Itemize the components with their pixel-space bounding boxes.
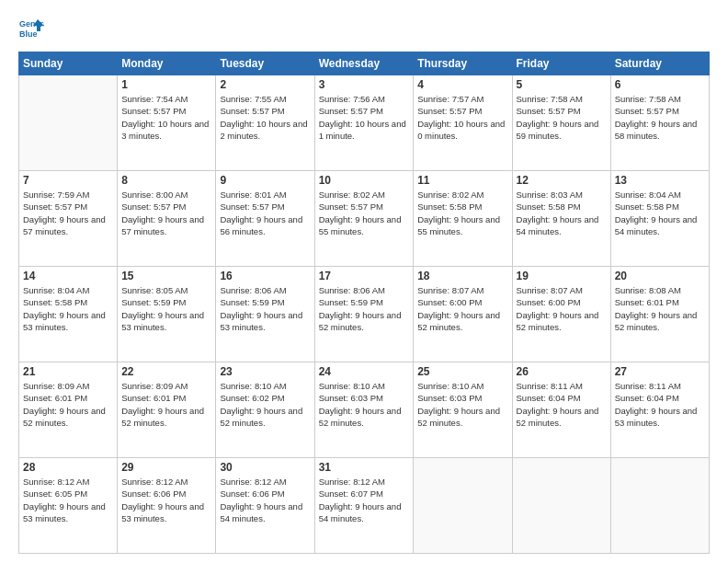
logo: General Blue xyxy=(18,17,48,42)
day-info: Sunrise: 8:09 AMSunset: 6:01 PMDaylight:… xyxy=(121,380,211,429)
day-number: 12 xyxy=(517,174,607,187)
calendar-cell: 10Sunrise: 8:02 AMSunset: 5:57 PMDayligh… xyxy=(314,171,414,267)
calendar-cell: 7Sunrise: 7:59 AMSunset: 5:57 PMDaylight… xyxy=(19,171,118,267)
calendar-cell: 2Sunrise: 7:55 AMSunset: 5:57 PMDaylight… xyxy=(216,75,314,171)
day-info: Sunrise: 8:12 AMSunset: 6:06 PMDaylight:… xyxy=(121,476,211,524)
calendar-cell: 29Sunrise: 8:12 AMSunset: 6:06 PMDayligh… xyxy=(118,458,216,554)
day-info: Sunrise: 8:06 AMSunset: 5:59 PMDaylight:… xyxy=(220,284,310,333)
calendar-cell: 11Sunrise: 8:02 AMSunset: 5:58 PMDayligh… xyxy=(414,171,512,267)
day-info: Sunrise: 8:11 AMSunset: 6:04 PMDaylight:… xyxy=(615,380,705,429)
day-info: Sunrise: 7:55 AMSunset: 5:57 PMDaylight:… xyxy=(220,93,310,142)
day-info: Sunrise: 7:58 AMSunset: 5:57 PMDaylight:… xyxy=(517,93,607,142)
day-info: Sunrise: 8:07 AMSunset: 6:00 PMDaylight:… xyxy=(517,284,607,333)
page: General Blue SundayMondayTuesdayWednesda… xyxy=(0,0,728,563)
calendar-cell: 3Sunrise: 7:56 AMSunset: 5:57 PMDaylight… xyxy=(314,75,414,171)
day-info: Sunrise: 8:02 AMSunset: 5:58 PMDaylight:… xyxy=(417,189,507,237)
header: General Blue xyxy=(18,17,710,42)
day-number: 19 xyxy=(517,270,607,282)
calendar-cell: 16Sunrise: 8:06 AMSunset: 5:59 PMDayligh… xyxy=(216,267,314,362)
calendar-week-4: 21Sunrise: 8:09 AMSunset: 6:01 PMDayligh… xyxy=(19,362,710,458)
day-number: 26 xyxy=(517,365,607,378)
day-number: 27 xyxy=(615,365,705,378)
calendar-cell: 19Sunrise: 8:07 AMSunset: 6:00 PMDayligh… xyxy=(512,267,610,362)
svg-text:Blue: Blue xyxy=(19,29,38,39)
day-number: 11 xyxy=(417,174,507,187)
day-number: 29 xyxy=(121,461,211,474)
day-info: Sunrise: 8:09 AMSunset: 6:01 PMDaylight:… xyxy=(23,380,113,429)
day-info: Sunrise: 8:06 AMSunset: 5:59 PMDaylight:… xyxy=(319,284,410,333)
calendar-cell: 18Sunrise: 8:07 AMSunset: 6:00 PMDayligh… xyxy=(414,267,512,362)
calendar-cell: 23Sunrise: 8:10 AMSunset: 6:02 PMDayligh… xyxy=(216,362,314,458)
day-number: 17 xyxy=(319,270,410,282)
calendar-cell xyxy=(414,458,512,554)
calendar-cell xyxy=(512,458,610,554)
weekday-header-sunday: Sunday xyxy=(19,52,118,75)
calendar-cell: 31Sunrise: 8:12 AMSunset: 6:07 PMDayligh… xyxy=(314,458,414,554)
weekday-header-wednesday: Wednesday xyxy=(314,52,414,75)
calendar-cell xyxy=(19,75,118,171)
calendar-cell: 14Sunrise: 8:04 AMSunset: 5:58 PMDayligh… xyxy=(19,267,118,362)
day-number: 28 xyxy=(23,461,113,474)
day-number: 10 xyxy=(319,174,410,187)
calendar-week-2: 7Sunrise: 7:59 AMSunset: 5:57 PMDaylight… xyxy=(19,171,710,267)
day-number: 14 xyxy=(23,270,113,282)
day-info: Sunrise: 8:11 AMSunset: 6:04 PMDaylight:… xyxy=(517,380,607,429)
day-info: Sunrise: 7:57 AMSunset: 5:57 PMDaylight:… xyxy=(417,93,507,142)
day-number: 9 xyxy=(220,174,310,187)
day-info: Sunrise: 8:10 AMSunset: 6:03 PMDaylight:… xyxy=(319,380,410,429)
day-number: 25 xyxy=(417,365,507,378)
calendar-cell: 20Sunrise: 8:08 AMSunset: 6:01 PMDayligh… xyxy=(610,267,709,362)
day-info: Sunrise: 8:04 AMSunset: 5:58 PMDaylight:… xyxy=(615,189,705,237)
day-info: Sunrise: 8:10 AMSunset: 6:03 PMDaylight:… xyxy=(417,380,507,429)
calendar-cell: 28Sunrise: 8:12 AMSunset: 6:05 PMDayligh… xyxy=(19,458,118,554)
weekday-header-saturday: Saturday xyxy=(610,52,709,75)
day-info: Sunrise: 8:05 AMSunset: 5:59 PMDaylight:… xyxy=(121,284,211,333)
calendar-cell: 22Sunrise: 8:09 AMSunset: 6:01 PMDayligh… xyxy=(118,362,216,458)
calendar-cell: 30Sunrise: 8:12 AMSunset: 6:06 PMDayligh… xyxy=(216,458,314,554)
weekday-header-thursday: Thursday xyxy=(414,52,512,75)
day-info: Sunrise: 8:12 AMSunset: 6:07 PMDaylight:… xyxy=(319,476,410,524)
day-info: Sunrise: 7:56 AMSunset: 5:57 PMDaylight:… xyxy=(319,93,410,142)
day-number: 8 xyxy=(121,174,211,187)
day-number: 1 xyxy=(121,78,211,91)
day-info: Sunrise: 8:08 AMSunset: 6:01 PMDaylight:… xyxy=(615,284,705,333)
day-number: 5 xyxy=(517,78,607,91)
day-number: 13 xyxy=(615,174,705,187)
day-info: Sunrise: 8:10 AMSunset: 6:02 PMDaylight:… xyxy=(220,380,310,429)
calendar-cell: 26Sunrise: 8:11 AMSunset: 6:04 PMDayligh… xyxy=(512,362,610,458)
day-number: 16 xyxy=(220,270,310,282)
calendar-cell: 24Sunrise: 8:10 AMSunset: 6:03 PMDayligh… xyxy=(314,362,414,458)
day-info: Sunrise: 8:01 AMSunset: 5:57 PMDaylight:… xyxy=(220,189,310,237)
weekday-header-row: SundayMondayTuesdayWednesdayThursdayFrid… xyxy=(19,52,710,75)
day-info: Sunrise: 8:07 AMSunset: 6:00 PMDaylight:… xyxy=(417,284,507,333)
calendar-cell: 12Sunrise: 8:03 AMSunset: 5:58 PMDayligh… xyxy=(512,171,610,267)
weekday-header-friday: Friday xyxy=(512,52,610,75)
logo-icon: General Blue xyxy=(18,17,44,42)
calendar-cell: 21Sunrise: 8:09 AMSunset: 6:01 PMDayligh… xyxy=(19,362,118,458)
calendar-cell: 6Sunrise: 7:58 AMSunset: 5:57 PMDaylight… xyxy=(610,75,709,171)
weekday-header-tuesday: Tuesday xyxy=(216,52,314,75)
day-number: 30 xyxy=(220,461,310,474)
day-number: 21 xyxy=(23,365,113,378)
weekday-header-monday: Monday xyxy=(118,52,216,75)
day-info: Sunrise: 7:54 AMSunset: 5:57 PMDaylight:… xyxy=(121,93,211,142)
day-number: 31 xyxy=(319,461,410,474)
day-info: Sunrise: 8:12 AMSunset: 6:05 PMDaylight:… xyxy=(23,476,113,524)
day-number: 6 xyxy=(615,78,705,91)
calendar-cell: 5Sunrise: 7:58 AMSunset: 5:57 PMDaylight… xyxy=(512,75,610,171)
calendar-week-3: 14Sunrise: 8:04 AMSunset: 5:58 PMDayligh… xyxy=(19,267,710,362)
day-number: 23 xyxy=(220,365,310,378)
calendar-cell: 27Sunrise: 8:11 AMSunset: 6:04 PMDayligh… xyxy=(610,362,709,458)
calendar-cell: 17Sunrise: 8:06 AMSunset: 5:59 PMDayligh… xyxy=(314,267,414,362)
day-info: Sunrise: 8:04 AMSunset: 5:58 PMDaylight:… xyxy=(23,284,113,333)
day-number: 3 xyxy=(319,78,410,91)
day-number: 20 xyxy=(615,270,705,282)
calendar-cell: 15Sunrise: 8:05 AMSunset: 5:59 PMDayligh… xyxy=(118,267,216,362)
day-info: Sunrise: 8:03 AMSunset: 5:58 PMDaylight:… xyxy=(517,189,607,237)
calendar-table: SundayMondayTuesdayWednesdayThursdayFrid… xyxy=(18,52,710,554)
day-number: 22 xyxy=(121,365,211,378)
calendar-week-1: 1Sunrise: 7:54 AMSunset: 5:57 PMDaylight… xyxy=(19,75,710,171)
day-number: 24 xyxy=(319,365,410,378)
day-number: 2 xyxy=(220,78,310,91)
day-info: Sunrise: 7:58 AMSunset: 5:57 PMDaylight:… xyxy=(615,93,705,142)
